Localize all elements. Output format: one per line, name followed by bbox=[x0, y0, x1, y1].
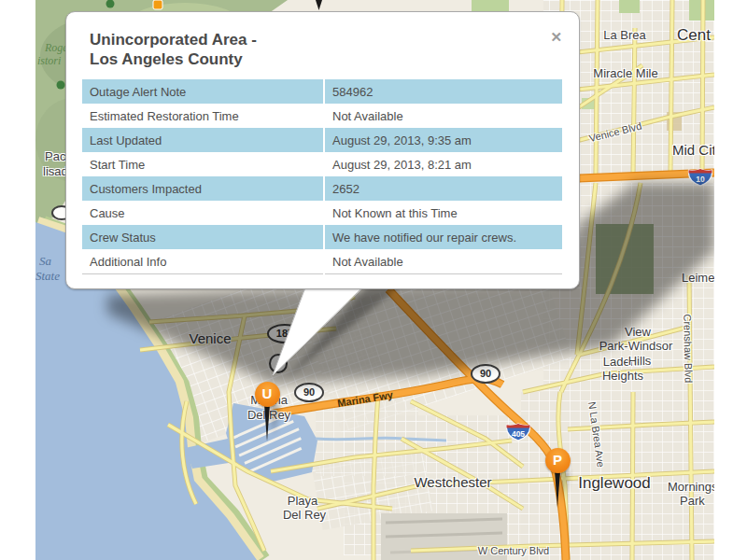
map-label: State bbox=[35, 269, 60, 284]
outage-table-row: Additional Info Not Available bbox=[82, 249, 562, 274]
outage-map-page: RogeistoriPacifilisadSaStateVeniceMarina… bbox=[0, 0, 747, 560]
outage-table-row: Outage Alert Note 584962 bbox=[82, 79, 562, 104]
outage-table-row: Start Time August 29, 2013, 8:21 am bbox=[82, 152, 562, 176]
outage-table: Outage Alert Note 584962 Estimated Resto… bbox=[82, 79, 562, 274]
marker-letter: U bbox=[255, 382, 280, 407]
map-label: lisad bbox=[43, 164, 68, 178]
map-label: Playa bbox=[288, 494, 318, 508]
outage-table-row: Last Updated August 29, 2013, 9:35 am bbox=[82, 128, 562, 152]
row-value: August 29, 2013, 9:35 am bbox=[324, 128, 562, 152]
outage-marker[interactable]: P bbox=[545, 448, 571, 473]
row-label: Cause bbox=[82, 201, 324, 225]
state-route-shield: 187 bbox=[267, 324, 303, 343]
map-label: Del Rey bbox=[283, 508, 326, 522]
map-label: Mid Cit bbox=[672, 142, 714, 158]
map-label: Miracle Mile bbox=[593, 66, 657, 80]
map-label: Mornings bbox=[668, 480, 714, 494]
map-label: Leime bbox=[682, 271, 714, 285]
outage-table-row: Customers Impacted 2652 bbox=[82, 176, 562, 201]
marker-tail bbox=[555, 470, 560, 508]
interstate-shield: 405 bbox=[505, 423, 531, 441]
popup-title-line1: Unincorporated Area - bbox=[90, 30, 542, 49]
outage-table-row: Crew Status We have notified our repair … bbox=[82, 225, 562, 249]
svg-text:10: 10 bbox=[696, 175, 705, 184]
row-label: Last Updated bbox=[82, 128, 324, 152]
interstate-shield: 10 bbox=[687, 168, 713, 187]
map-label: Westchester bbox=[414, 474, 491, 490]
popup-title-line2: Los Angeles County bbox=[90, 49, 542, 69]
outage-table-row: Cause Not Known at this Time bbox=[82, 201, 562, 225]
map-label: View bbox=[625, 325, 651, 339]
map-label: W Century Blvd bbox=[478, 545, 549, 556]
state-route-shield bbox=[269, 354, 288, 373]
row-label: Estimated Restoration Time bbox=[82, 104, 324, 128]
map-label: Inglewood bbox=[578, 474, 651, 493]
row-label: Additional Info bbox=[82, 249, 324, 274]
row-value: 584962 bbox=[324, 79, 562, 104]
marker-tail bbox=[264, 404, 270, 441]
map-label: La Brea bbox=[603, 28, 646, 42]
marker-letter: P bbox=[545, 448, 571, 473]
map-label: Park bbox=[680, 494, 705, 508]
map-label: Park-Windsor bbox=[599, 339, 673, 353]
row-label: Outage Alert Note bbox=[82, 79, 324, 104]
row-label: Crew Status bbox=[82, 225, 324, 249]
outage-marker[interactable]: U bbox=[255, 382, 280, 407]
row-value: Not Known at this Time bbox=[324, 201, 562, 225]
poi-square-icon bbox=[153, 0, 162, 9]
row-value: Not Available bbox=[324, 249, 562, 274]
row-label: Customers Impacted bbox=[82, 176, 324, 201]
map-label: Sa bbox=[39, 254, 51, 269]
row-value: 2652 bbox=[324, 176, 562, 201]
state-route-shield: 90 bbox=[294, 383, 324, 402]
close-icon[interactable]: ✕ bbox=[550, 31, 562, 43]
popup-title: Unincorporated Area - Los Angeles County bbox=[90, 30, 542, 69]
map-label: Heights bbox=[602, 369, 643, 383]
map-label: Cent bbox=[677, 26, 711, 45]
row-value: Not Available bbox=[324, 104, 562, 128]
map-label: Venice bbox=[189, 330, 231, 346]
svg-text:405: 405 bbox=[512, 429, 525, 439]
map-label: Hills bbox=[628, 354, 652, 368]
outage-info-window: Unincorporated Area - Los Angeles County… bbox=[65, 11, 580, 289]
tree-icon bbox=[57, 81, 65, 90]
row-value: August 29, 2013, 8:21 am bbox=[324, 152, 562, 176]
outage-table-row: Estimated Restoration Time Not Available bbox=[82, 104, 562, 128]
map-label: Roge bbox=[45, 41, 68, 55]
map-label: istori bbox=[37, 54, 61, 68]
state-route-shield: 90 bbox=[471, 364, 500, 384]
map-label: Crenshaw Blvd bbox=[682, 314, 694, 383]
row-value: We have notified our repair crews. bbox=[324, 225, 562, 249]
row-label: Start Time bbox=[82, 152, 324, 176]
